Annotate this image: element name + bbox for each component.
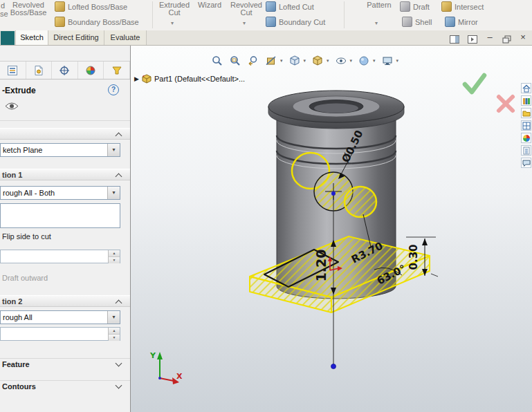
- mirror-button[interactable]: Mirror: [445, 17, 478, 27]
- spin-up-icon[interactable]: ▲: [109, 328, 120, 335]
- depth2-spinbox[interactable]: ▲ ▼: [0, 327, 120, 341]
- selected-contours-section-header[interactable]: Contours: [0, 380, 130, 392]
- button-label: Pattern: [363, 1, 396, 9]
- resources-icon[interactable]: [521, 83, 531, 93]
- shell-button[interactable]: Shell: [402, 17, 432, 27]
- extruded-boss-label-fragment-2[interactable]: se: [0, 10, 8, 18]
- expand-chevron-icon: [116, 382, 122, 389]
- sketch-circle-right[interactable]: [345, 187, 376, 217]
- preview-eye-icon[interactable]: [5, 102, 19, 111]
- start-condition-combo[interactable]: ketch Plane ▾: [0, 143, 120, 157]
- combo-value: ketch Plane: [3, 146, 42, 154]
- appearances-icon[interactable]: [521, 133, 531, 143]
- thin-feature-section-header[interactable]: Feature: [0, 358, 130, 370]
- close-button[interactable]: ×: [517, 32, 529, 42]
- combo-dropdown-icon[interactable]: ▾: [107, 187, 120, 199]
- display-style-button[interactable]: [311, 55, 324, 67]
- displaymanager-tab[interactable]: [104, 62, 130, 79]
- combo-dropdown-icon[interactable]: ▾: [107, 144, 120, 156]
- zoom-to-fit-button[interactable]: [211, 55, 223, 67]
- task-pane-toggle-icon[interactable]: [450, 35, 460, 44]
- features-tab-icon[interactable]: [1, 31, 15, 45]
- view-settings-flyout-icon[interactable]: ▾: [396, 58, 399, 64]
- combo-value: rough All: [3, 313, 33, 321]
- forum-icon[interactable]: [521, 158, 531, 168]
- file-explorer-icon[interactable]: [521, 108, 531, 118]
- extruded-cut-button[interactable]: Extruded Cut: [156, 1, 192, 17]
- lofted-boss-base-button[interactable]: Lofted Boss/Base: [55, 1, 127, 12]
- direction2-section-header[interactable]: tion 2: [0, 295, 130, 307]
- boundary-cut-button[interactable]: Boundary Cut: [266, 17, 325, 27]
- expand-pane-icon[interactable]: [468, 35, 478, 44]
- tab-evaluate[interactable]: Evaluate: [104, 30, 147, 45]
- button-label: Lofted Boss/Base: [68, 3, 127, 11]
- section-view-flyout-icon[interactable]: ▾: [280, 58, 283, 64]
- sketch-point[interactable]: [331, 364, 336, 369]
- revolved-cut-button[interactable]: Revolved Cut: [228, 1, 264, 17]
- pattern-flyout-icon[interactable]: ▾: [375, 20, 378, 26]
- draft-angle-spinbox[interactable]: ▲ ▼: [0, 250, 120, 263]
- hole-wizard-button[interactable]: Wizard: [194, 1, 226, 9]
- custom-properties-icon[interactable]: [521, 145, 531, 156]
- spinner-buttons[interactable]: ▲ ▼: [108, 328, 120, 340]
- confirm-ok-icon[interactable]: [461, 72, 488, 95]
- propertymanager-tab[interactable]: [26, 62, 53, 79]
- heads-up-toolbar: ▾ ▾ ▾ ▾ ▾ ▾: [211, 54, 398, 68]
- spin-down-icon[interactable]: ▼: [109, 335, 120, 341]
- view-orientation-button[interactable]: [288, 55, 301, 67]
- restore-button[interactable]: [502, 35, 513, 44]
- dim-thickness[interactable]: 0.30: [407, 244, 420, 270]
- spin-up-icon[interactable]: ▲: [109, 250, 120, 257]
- dim-cut-depth[interactable]: 1.20: [313, 250, 329, 282]
- design-library-icon[interactable]: [521, 95, 531, 106]
- hide-show-flyout-icon[interactable]: ▾: [350, 58, 353, 64]
- extruded-boss-label-fragment[interactable]: d: [1, 1, 5, 10]
- direction1-section-header[interactable]: tion 1: [0, 169, 130, 180]
- spin-down-icon[interactable]: ▼: [109, 257, 120, 263]
- minimize-button[interactable]: –: [484, 32, 495, 42]
- help-icon[interactable]: ?: [108, 84, 119, 95]
- section-label: tion 1: [2, 171, 22, 179]
- sketch-point[interactable]: [331, 191, 336, 196]
- section-label: Feature: [2, 360, 30, 368]
- dimxpertmanager-tab[interactable]: [78, 62, 104, 79]
- edit-appearance-flyout-icon[interactable]: ▾: [373, 58, 376, 64]
- model-canvas[interactable]: Ø0.50 1.20 R3.70 63.0° 0.30 Y X: [131, 46, 532, 412]
- pattern-button[interactable]: Pattern: [363, 1, 396, 9]
- end-condition2-combo[interactable]: rough All ▾: [0, 310, 120, 324]
- featuremanager-tab[interactable]: [0, 62, 26, 79]
- end-condition1-combo[interactable]: rough All - Both ▾: [0, 186, 120, 200]
- draft-button[interactable]: Draft: [400, 1, 430, 12]
- revolved-boss-base-button[interactable]: Revolved Boss/Base: [8, 1, 48, 17]
- configurationmanager-tab[interactable]: [52, 62, 78, 79]
- graphics-area[interactable]: Ø0.50 1.20 R3.70 63.0° 0.30 Y X ▶: [131, 46, 532, 412]
- extruded-cut-flyout-icon[interactable]: ▾: [171, 20, 174, 26]
- intersect-button[interactable]: Intersect: [441, 1, 484, 12]
- from-section-header[interactable]: [0, 128, 130, 140]
- view-orientation-flyout-icon[interactable]: ▾: [304, 58, 306, 64]
- hide-show-items-button[interactable]: [335, 55, 347, 67]
- view-palette-icon[interactable]: [521, 120, 531, 131]
- y-axis-label: Y: [149, 351, 156, 360]
- display-style-flyout-icon[interactable]: ▾: [327, 58, 329, 64]
- revolved-cut-flyout-icon[interactable]: ▾: [243, 20, 246, 26]
- tab-sketch[interactable]: Sketch: [15, 30, 48, 45]
- lofted-cut-button[interactable]: Lofted Cut: [266, 1, 314, 12]
- selection-listbox[interactable]: [0, 203, 120, 228]
- feature-tree-root[interactable]: ▶ Part1 (Default<<Default>...: [134, 74, 245, 84]
- button-label-line2: Cut: [156, 9, 192, 17]
- boundary-boss-base-button[interactable]: Boundary Boss/Base: [55, 17, 139, 27]
- zoom-to-area-button[interactable]: [229, 55, 241, 67]
- tab-direct-editing[interactable]: Direct Editing: [48, 30, 104, 45]
- tree-item-label[interactable]: Part1 (Default<<Default>...: [154, 75, 245, 83]
- combo-dropdown-icon[interactable]: ▾: [107, 311, 120, 324]
- edit-appearance-button[interactable]: [358, 55, 370, 67]
- view-settings-button[interactable]: [381, 55, 394, 67]
- section-view-button[interactable]: [265, 55, 277, 67]
- previous-view-button[interactable]: [247, 55, 259, 67]
- button-label: Shell: [415, 18, 432, 26]
- tree-expand-icon[interactable]: ▶: [134, 75, 139, 82]
- spinner-buttons[interactable]: ▲ ▼: [108, 250, 120, 263]
- flip-side-to-cut-label[interactable]: Flip side to cut: [2, 232, 51, 241]
- confirm-cancel-icon[interactable]: [495, 93, 516, 114]
